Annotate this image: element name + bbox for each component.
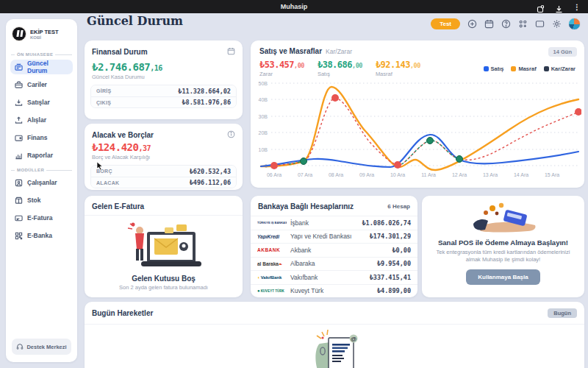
- bank-row-akbank[interactable]: AKBANK Akbank ₺0,00: [251, 243, 417, 257]
- bugun-illustration: @: [85, 329, 584, 368]
- yapikredi-logo: YapıKredi: [257, 234, 287, 239]
- svg-text:09 Ara: 09 Ara: [359, 172, 374, 177]
- table-row: GİRİŞ ₺11.328.664,02: [91, 85, 236, 96]
- download-icon[interactable]: [555, 3, 563, 11]
- person-badge-icon: [15, 179, 23, 187]
- legend-karzarar[interactable]: Kar/Zarar: [544, 66, 576, 72]
- borc-table: BORÇ ₺620.532,43 ALACAK ₺496.112,06: [90, 165, 237, 188]
- sidebar: EKİP TEST KOBİ ÖN MUHASEBE Güncel Durum …: [6, 19, 77, 362]
- isbank-logo: TÜRKİYE İŞ BANKASI: [257, 221, 287, 224]
- org-type: KOBİ: [30, 35, 59, 40]
- empty-inbox-title: Gelen Kutusu Boş: [85, 275, 243, 283]
- upload-tray-icon: [15, 116, 23, 124]
- sidebar-item-alislar[interactable]: Alışlar: [10, 113, 73, 127]
- support-center-button[interactable]: Destek Merkezi: [12, 339, 71, 355]
- bank-row-isbank[interactable]: TÜRKİYE İŞ BANKASI İşbank ₺1.086.026,74: [251, 216, 417, 230]
- qr-grid-icon: [15, 232, 23, 240]
- svg-text:14 Ara: 14 Ara: [514, 172, 528, 177]
- pos-screen-icon[interactable]: [534, 19, 545, 29]
- calendar-small-icon[interactable]: [227, 47, 235, 57]
- borc-amount: ₺124.420,37: [85, 141, 243, 153]
- bank-row-albaraka[interactable]: al Baraka Albaraka ₺9.954,00: [251, 257, 417, 271]
- svg-text:30B: 30B: [259, 114, 268, 119]
- akbank-logo: AKBANK: [257, 247, 287, 252]
- headset-icon: [16, 343, 24, 350]
- period-badge[interactable]: 14 Gün: [548, 47, 577, 57]
- sidebar-section-moduller: MODÜLLER: [11, 168, 72, 172]
- kasa-table: GİRİŞ ₺11.328.664,02 ÇIKIŞ ₺8.581.976,86: [90, 85, 237, 108]
- sidebar-item-satislar[interactable]: Satışlar: [10, 95, 73, 110]
- kasa-subtitle: Güncel Kasa Durumu: [85, 73, 243, 80]
- sidebar-item-calisanlar[interactable]: Çalışanlar: [10, 175, 73, 190]
- bank-row-yapikredi[interactable]: YapıKredi Yapı ve Kredi Bankası ₺174.301…: [251, 230, 417, 244]
- sidebar-item-guncel-durum[interactable]: Güncel Durum: [10, 60, 73, 74]
- series-karzarar-line: [274, 98, 578, 166]
- borc-subtitle: Borç ve Alacak Karşılığı: [85, 153, 243, 160]
- mouse-cursor: [96, 161, 104, 171]
- briefcase-icon: [15, 81, 23, 89]
- stat-zarar: ₺53.457,00 Zarar: [259, 60, 304, 77]
- apps-grid-icon[interactable]: [517, 19, 528, 29]
- svg-text:10B: 10B: [259, 147, 268, 152]
- empty-inbox-subtitle: Son 2 ayda gelen fatura bulunamadı: [85, 284, 243, 291]
- finansal-title: Finansal Durum: [92, 48, 148, 56]
- line-chart[interactable]: 0 10B 20B 30B 40B 50B 06 Ara 07 Ara 08 A…: [255, 79, 581, 183]
- svg-text:20B: 20B: [259, 130, 268, 135]
- svg-text:06 Ara: 06 Ara: [267, 172, 282, 177]
- page-title: Güncel Durum: [87, 14, 183, 28]
- invoice-card-icon: [15, 214, 23, 222]
- window-titlebar: Muhasip ⋮: [0, 0, 588, 13]
- box-icon: [15, 197, 23, 205]
- add-new-icon[interactable]: [467, 19, 477, 29]
- browser-menu-icon[interactable]: ⋮: [573, 3, 581, 11]
- window-title: Muhasip: [281, 3, 308, 10]
- bugun-badge[interactable]: Bugün: [548, 308, 577, 318]
- svg-text:13 Ara: 13 Ara: [483, 172, 498, 177]
- svg-text:10 Ara: 10 Ara: [390, 172, 405, 177]
- bank-count: 6 Hesap: [387, 203, 410, 210]
- svg-text:07 Ara: 07 Ara: [298, 172, 312, 177]
- vakifbank-logo: VakıfBank: [257, 275, 287, 280]
- table-row: BORÇ ₺620.532,43: [91, 166, 236, 177]
- card-sanal-pos: Sanal POS ile Ödeme Almaya Başlayın! Tek…: [422, 196, 584, 297]
- chart-subtitle: Kar/Zarar: [326, 48, 352, 55]
- sidebar-item-e-banka[interactable]: E-Banka: [10, 228, 73, 243]
- sidebar-item-e-fatura[interactable]: E-Fatura: [10, 210, 73, 225]
- pos-description: Tek entegrasyonla tüm kredi kartlarından…: [422, 249, 584, 263]
- org-switcher[interactable]: EKİP TEST KOBİ: [10, 25, 73, 47]
- svg-text:12 Ara: 12 Ara: [452, 172, 467, 177]
- calendar-icon[interactable]: [484, 19, 494, 29]
- download-tray-icon: [15, 99, 23, 107]
- org-logo: [12, 26, 26, 41]
- user-avatar[interactable]: [568, 18, 581, 30]
- sidebar-item-raporlar[interactable]: Raporlar: [10, 148, 73, 163]
- svg-text:11 Ara: 11 Ara: [421, 172, 436, 177]
- legend-satis[interactable]: Satış: [484, 66, 504, 72]
- settings-gear-icon[interactable]: [551, 19, 562, 29]
- sidebar-section-on-muhasebe: ÖN MUHASEBE: [11, 52, 72, 57]
- info-icon[interactable]: [227, 130, 235, 140]
- svg-text:@: @: [351, 336, 356, 342]
- test-mode-badge[interactable]: Test: [431, 18, 460, 29]
- svg-text:40B: 40B: [259, 97, 268, 102]
- card-finansal-durum: Finansal Durum ₺2.746.687,16 Güncel Kasa…: [85, 40, 243, 119]
- stat-masraf: ₺92.143,00 Masraf: [376, 60, 420, 77]
- legend-masraf[interactable]: Masraf: [511, 66, 536, 72]
- wallet-icon: [15, 134, 23, 142]
- pos-illustration: [422, 202, 584, 236]
- pos-cta-button[interactable]: Kullanmaya Başla: [466, 269, 539, 285]
- sidebar-item-finans[interactable]: Finans: [10, 130, 73, 145]
- help-icon[interactable]: [501, 19, 511, 29]
- svg-text:15 Ara: 15 Ara: [545, 172, 559, 177]
- extensions-icon[interactable]: [537, 3, 545, 11]
- cash-register-icon: [15, 63, 23, 71]
- bank-row-kuveytturk[interactable]: KUVEYT TÜRK Kuveyt Türk ₺4.899,00: [251, 284, 417, 298]
- sidebar-item-stok[interactable]: Stok: [10, 193, 73, 208]
- sidebar-item-cariler[interactable]: Cariler: [10, 77, 73, 92]
- empty-inbox-illustration: [85, 219, 243, 272]
- stat-satis: ₺38.686,00 Satış: [318, 60, 362, 77]
- bank-row-vakifbank[interactable]: VakıfBank Vakıfbank ₺337.415,41: [251, 270, 417, 284]
- efatura-title: Gelen E-Fatura: [92, 202, 144, 210]
- card-satis-masraflar: Satış ve Masraflar Kar/Zarar 14 Gün ₺53.…: [251, 40, 584, 188]
- kuveytturk-logo: KUVEYT TÜRK: [257, 289, 287, 293]
